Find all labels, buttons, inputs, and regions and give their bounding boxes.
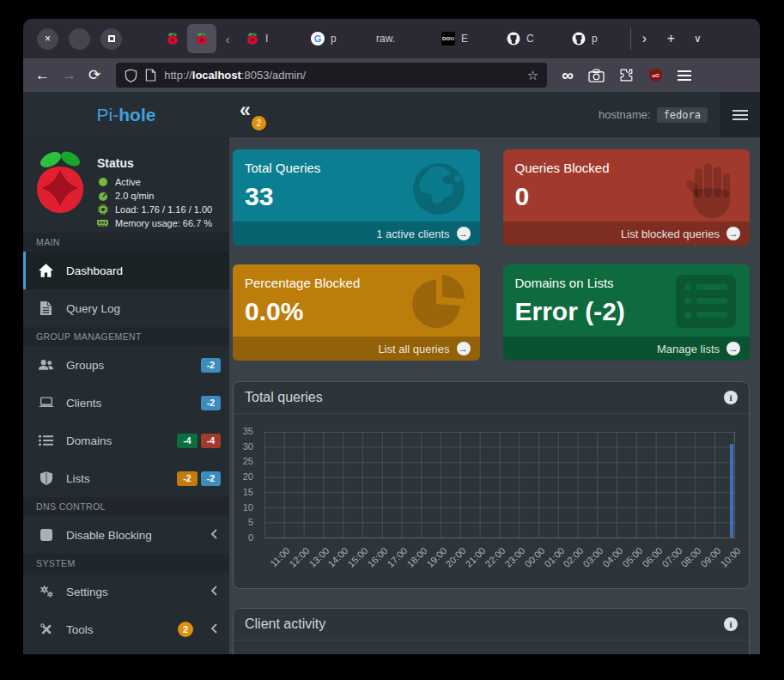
info-icon[interactable]: i	[724, 617, 738, 631]
header-middle: « 2 hostname: fedora	[229, 92, 720, 137]
sidebar-item-groups[interactable]: Groups -2	[23, 346, 229, 384]
sidebar-item-query-log[interactable]: Query Log	[23, 289, 229, 327]
total-queries-panel: Total queries i 05101520253035 11:0012:0…	[233, 381, 750, 589]
tab-pihole-pinned[interactable]	[158, 24, 187, 53]
tab-github-1[interactable]: C	[500, 24, 565, 53]
status-title: Status	[97, 156, 212, 170]
tab-dou[interactable]: DOU E	[435, 24, 500, 53]
url-text[interactable]: http://localhost:8053/admin/	[164, 69, 306, 82]
pihole-favicon-icon	[166, 32, 179, 46]
minimize-window-icon[interactable]	[69, 28, 90, 50]
browser-menu-icon[interactable]	[678, 70, 691, 81]
y-axis-labels: 05101520253035	[234, 432, 258, 538]
dashboard-content: Total Queries 33 1 active clients → Quer…	[229, 137, 760, 654]
tab-raw[interactable]: raw.	[369, 24, 435, 53]
tab-label: C	[526, 33, 534, 45]
browser-window: × ‹ I G p raw. DOU	[23, 19, 760, 654]
scroll-tabs-left-icon[interactable]: ‹	[216, 32, 239, 46]
status-block: Status Active 2.0 q/min Load: 1.76 / 1.1…	[97, 148, 212, 222]
card-domains-on-lists: Domains on Lists Error (-2) Manage lists…	[503, 264, 751, 361]
arrow-right-circle-icon: →	[726, 342, 740, 355]
laptop-icon	[38, 397, 54, 409]
back-icon[interactable]: ←	[35, 67, 50, 84]
tab-label: p	[331, 33, 337, 45]
section-dns-control: DNS CONTROL	[23, 497, 229, 516]
window-controls: ×	[37, 28, 122, 50]
new-tab-icon[interactable]: +	[658, 31, 684, 46]
hostname-value: fedora	[657, 107, 708, 123]
tracking-shield-icon[interactable]	[125, 69, 137, 82]
close-window-icon[interactable]: ×	[37, 28, 58, 50]
card-footer-link[interactable]: Manage lists →	[503, 337, 751, 361]
page-info-icon[interactable]	[145, 69, 156, 82]
x-axis-labels: 11:0012:0013:0014:0015:0016:0017:0018:00…	[264, 542, 735, 586]
panel-title: Client activity	[245, 616, 325, 632]
maximize-window-icon[interactable]	[100, 28, 122, 50]
status-active: Active	[97, 175, 212, 189]
card-footer-link[interactable]: 1 active clients →	[233, 222, 480, 246]
ublock-origin-icon[interactable]: uO	[648, 68, 663, 82]
container-infinity-icon[interactable]: ∞	[562, 67, 574, 83]
gauge-icon	[97, 191, 108, 201]
card-value: 33	[233, 175, 480, 211]
tab-github-2[interactable]: p	[565, 24, 630, 53]
github-favicon-icon	[572, 32, 586, 46]
section-group-management: GROUP MANAGEMENT	[23, 327, 229, 346]
panel-title: Total queries	[245, 390, 323, 405]
chevron-left-icon	[210, 623, 217, 636]
tab-strip: ‹ I G p raw. DOU E C p	[158, 19, 760, 58]
tools-update-badge: 2	[178, 622, 193, 637]
sidebar-item-lists[interactable]: Lists -2 -2	[23, 459, 229, 497]
status-load: Load: 1.76 / 1.16 / 1.00	[97, 203, 212, 216]
url-bar[interactable]: http://localhost:8053/admin/ ☆	[116, 63, 547, 88]
summary-cards: Total Queries 33 1 active clients → Quer…	[233, 149, 750, 361]
github-favicon-icon	[507, 32, 520, 46]
lists-total-badge: -2	[201, 471, 221, 486]
status-dot-icon	[97, 178, 108, 186]
svg-text:uO: uO	[652, 72, 659, 78]
tab-google[interactable]: G p	[304, 24, 369, 53]
info-icon[interactable]: i	[724, 391, 738, 404]
card-title: Domains on Lists	[503, 264, 751, 290]
card-footer-link[interactable]: List all queries →	[233, 337, 480, 361]
scroll-tabs-right-icon[interactable]: ›	[631, 31, 658, 46]
tools-icon	[38, 622, 54, 636]
hostname-label: hostname:	[599, 108, 651, 121]
tab-pihole-active[interactable]	[187, 24, 216, 53]
groups-count-badge: -2	[201, 358, 221, 373]
arrow-right-circle-icon: →	[726, 227, 740, 240]
sidebar-item-disable-blocking[interactable]: Disable Blocking	[23, 516, 229, 554]
total-queries-plot[interactable]	[264, 432, 735, 538]
tab-end-controls: › + ∨	[630, 27, 711, 50]
card-title: Total Queries	[233, 149, 480, 175]
client-activity-panel: Client activity i	[233, 608, 750, 654]
sidebar-item-dashboard[interactable]: Dashboard	[23, 252, 229, 289]
tab-pihole-install[interactable]: I	[239, 24, 304, 53]
card-percentage-blocked: Percentage Blocked 0.0% List all queries…	[233, 264, 480, 361]
arrow-right-circle-icon: →	[457, 342, 471, 355]
users-icon	[38, 359, 54, 371]
extensions-puzzle-icon[interactable]	[619, 68, 634, 82]
pihole-logo[interactable]: Pi-hole	[23, 105, 229, 125]
sidebar-collapse-icon[interactable]: «	[240, 99, 251, 122]
card-value: Error (-2)	[503, 290, 751, 326]
forward-icon[interactable]: →	[62, 67, 76, 84]
tab-label: raw.	[376, 33, 395, 45]
sidebar-item-clients[interactable]: Clients -2	[23, 384, 229, 422]
chevron-left-icon	[210, 529, 217, 542]
sidebar-item-settings[interactable]: Settings	[23, 573, 229, 610]
control-sidebar-toggle[interactable]	[720, 92, 760, 137]
reload-icon[interactable]: ⟳	[88, 66, 100, 84]
sidebar-item-tools[interactable]: Tools 2	[23, 610, 229, 648]
card-footer-link[interactable]: List blocked queries →	[503, 222, 751, 246]
bookmark-star-icon[interactable]: ☆	[527, 68, 538, 83]
section-main: MAIN	[23, 233, 229, 252]
list-all-tabs-icon[interactable]: ∨	[684, 33, 711, 45]
memory-icon	[97, 219, 108, 228]
browser-navbar: ← → ⟳ http://localhost:8053/admin/ ☆ ∞ u…	[23, 58, 760, 92]
home-icon	[38, 264, 54, 277]
sidebar-item-domains[interactable]: Domains -4 -4	[23, 422, 229, 459]
pihole-app: Pi-hole « 2 hostname: fedora	[23, 92, 760, 654]
status-rate: 2.0 q/min	[97, 189, 212, 203]
screenshot-camera-icon[interactable]	[588, 69, 605, 82]
